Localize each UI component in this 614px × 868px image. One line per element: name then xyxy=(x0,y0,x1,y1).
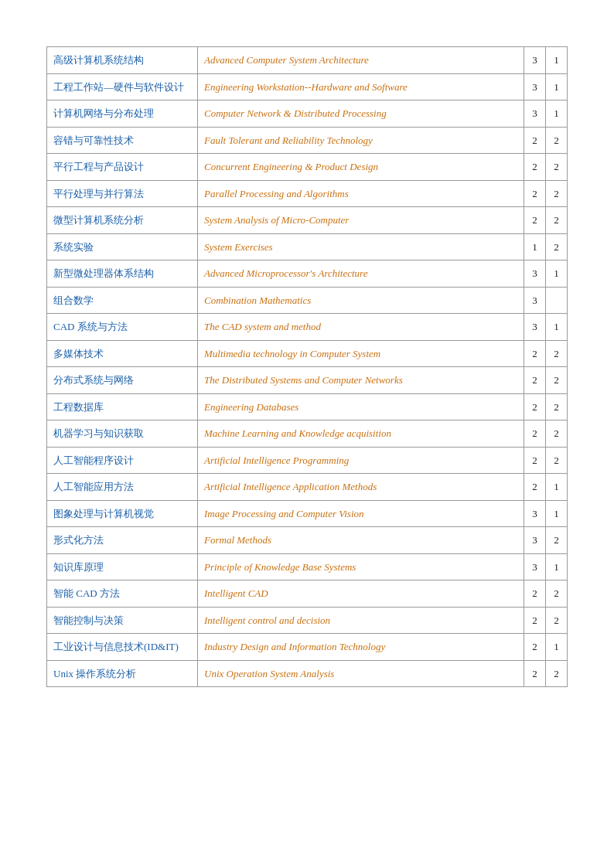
course-n2-10: 1 xyxy=(546,314,568,341)
course-n2-3: 2 xyxy=(546,127,568,154)
table-row: 知识库原理 Principle of Knowledge Base System… xyxy=(47,553,568,580)
course-english-13: Engineering Databases xyxy=(198,393,524,420)
course-n2-22: 1 xyxy=(546,634,568,661)
course-chinese-9: 组合数学 xyxy=(47,287,198,314)
course-chinese-11: 多媒体技术 xyxy=(47,340,198,367)
course-chinese-0: 高级计算机系统结构 xyxy=(47,47,198,74)
course-english-7: System Exercises xyxy=(198,233,524,260)
table-row: 多媒体技术 Multimedia technology in Computer … xyxy=(47,340,568,367)
course-chinese-20: 智能 CAD 方法 xyxy=(47,580,198,608)
course-chinese-17: 图象处理与计算机视觉 xyxy=(47,500,198,527)
course-n1-22: 2 xyxy=(524,634,546,661)
table-row: 工业设计与信息技术(ID&IT) Industry Design and Inf… xyxy=(47,634,568,661)
course-n1-8: 3 xyxy=(524,260,546,288)
course-n1-17: 3 xyxy=(524,500,546,527)
course-n2-15: 2 xyxy=(546,447,568,474)
course-chinese-10: CAD 系统与方法 xyxy=(47,314,198,341)
course-english-11: Multimedia technology in Computer System xyxy=(198,340,524,367)
course-n2-7: 2 xyxy=(546,233,568,260)
course-english-8: Advanced Microprocessor's Architecture xyxy=(198,260,524,288)
course-n2-5: 2 xyxy=(546,180,568,207)
course-chinese-7: 系统实验 xyxy=(47,233,198,260)
table-row: 高级计算机系统结构 Advanced Computer System Archi… xyxy=(47,47,568,74)
table-row: 工程数据库 Engineering Databases 2 2 xyxy=(47,393,568,420)
course-n2-12: 2 xyxy=(546,367,568,394)
course-n1-5: 2 xyxy=(524,180,546,207)
course-chinese-21: 智能控制与决策 xyxy=(47,607,198,634)
table-row: 新型微处理器体系结构 Advanced Microprocessor's Arc… xyxy=(47,260,568,288)
course-n2-4: 2 xyxy=(546,154,568,181)
course-n1-4: 2 xyxy=(524,154,546,181)
course-english-14: Machine Learning and Knowledge acquisiti… xyxy=(198,420,524,448)
course-n2-11: 2 xyxy=(546,340,568,367)
table-row: 平行工程与产品设计 Concurrent Engineering & Produ… xyxy=(47,154,568,181)
course-n1-18: 3 xyxy=(524,527,546,554)
table-row: 工程工作站—硬件与软件设计 Engineering Workstation--H… xyxy=(47,73,568,100)
course-chinese-12: 分布式系统与网络 xyxy=(47,367,198,394)
course-english-20: Intelligent CAD xyxy=(198,580,524,608)
course-n2-14: 2 xyxy=(546,420,568,448)
course-n1-11: 2 xyxy=(524,340,546,367)
course-n1-1: 3 xyxy=(524,73,546,100)
course-n2-18: 2 xyxy=(546,527,568,554)
course-english-10: The CAD system and method xyxy=(198,314,524,341)
course-english-15: Artificial Intelligence Programming xyxy=(198,447,524,474)
course-english-18: Formal Methods xyxy=(198,527,524,554)
course-n2-6: 2 xyxy=(546,207,568,234)
course-chinese-3: 容错与可靠性技术 xyxy=(47,127,198,154)
course-chinese-1: 工程工作站—硬件与软件设计 xyxy=(47,73,198,100)
course-english-9: Combination Mathematics xyxy=(198,287,524,314)
table-row: 系统实验 System Exercises 1 2 xyxy=(47,233,568,260)
table-row: 智能 CAD 方法 Intelligent CAD 2 2 xyxy=(47,580,568,608)
course-english-3: Fault Tolerant and Reliability Technolog… xyxy=(198,127,524,154)
course-n1-21: 2 xyxy=(524,607,546,634)
course-n2-9 xyxy=(546,287,568,314)
course-chinese-23: Unix 操作系统分析 xyxy=(47,660,198,687)
course-english-16: Artificial Intelligence Application Meth… xyxy=(198,474,524,501)
course-n1-14: 2 xyxy=(524,420,546,448)
course-n2-23: 2 xyxy=(546,660,568,687)
course-english-0: Advanced Computer System Architecture xyxy=(198,47,524,74)
course-english-23: Unix Operation System Analysis xyxy=(198,660,524,687)
table-row: 图象处理与计算机视觉 Image Processing and Computer… xyxy=(47,500,568,527)
course-english-2: Computer Network & Distributed Processin… xyxy=(198,100,524,128)
course-n1-2: 3 xyxy=(524,100,546,128)
course-chinese-14: 机器学习与知识获取 xyxy=(47,420,198,448)
course-chinese-5: 平行处理与并行算法 xyxy=(47,180,198,207)
course-n1-13: 2 xyxy=(524,393,546,420)
course-english-4: Concurrent Engineering & Product Design xyxy=(198,154,524,181)
course-english-1: Engineering Workstation--Hardware and So… xyxy=(198,73,524,100)
table-row: CAD 系统与方法 The CAD system and method 3 1 xyxy=(47,314,568,341)
table-row: 人工智能程序设计 Artificial Intelligence Program… xyxy=(47,447,568,474)
course-n1-3: 2 xyxy=(524,127,546,154)
course-english-19: Principle of Knowledge Base Systems xyxy=(198,553,524,580)
course-n2-16: 1 xyxy=(546,474,568,501)
course-chinese-18: 形式化方法 xyxy=(47,527,198,554)
course-english-21: Intelligent control and decision xyxy=(198,607,524,634)
course-chinese-13: 工程数据库 xyxy=(47,393,198,420)
course-english-6: System Analysis of Micro-Computer xyxy=(198,207,524,234)
course-n1-6: 2 xyxy=(524,207,546,234)
course-chinese-15: 人工智能程序设计 xyxy=(47,447,198,474)
course-n2-13: 2 xyxy=(546,393,568,420)
course-n1-20: 2 xyxy=(524,580,546,608)
course-chinese-8: 新型微处理器体系结构 xyxy=(47,260,198,288)
table-row: 智能控制与决策 Intelligent control and decision… xyxy=(47,607,568,634)
course-chinese-6: 微型计算机系统分析 xyxy=(47,207,198,234)
table-row: 机器学习与知识获取 Machine Learning and Knowledge… xyxy=(47,420,568,448)
table-row: Unix 操作系统分析 Unix Operation System Analys… xyxy=(47,660,568,687)
course-n1-7: 1 xyxy=(524,233,546,260)
course-chinese-19: 知识库原理 xyxy=(47,553,198,580)
course-english-22: Industry Design and Information Technolo… xyxy=(198,634,524,661)
table-row: 计算机网络与分布处理 Computer Network & Distribute… xyxy=(47,100,568,128)
table-row: 平行处理与并行算法 Parallel Processing and Algori… xyxy=(47,180,568,207)
course-n1-15: 2 xyxy=(524,447,546,474)
course-chinese-2: 计算机网络与分布处理 xyxy=(47,100,198,128)
course-n1-9: 3 xyxy=(524,287,546,314)
course-chinese-22: 工业设计与信息技术(ID&IT) xyxy=(47,634,198,661)
course-n2-19: 1 xyxy=(546,553,568,580)
table-row: 组合数学 Combination Mathematics 3 xyxy=(47,287,568,314)
course-english-12: The Distributed Systems and Computer Net… xyxy=(198,367,524,394)
course-chinese-4: 平行工程与产品设计 xyxy=(47,154,198,181)
course-n2-8: 1 xyxy=(546,260,568,288)
